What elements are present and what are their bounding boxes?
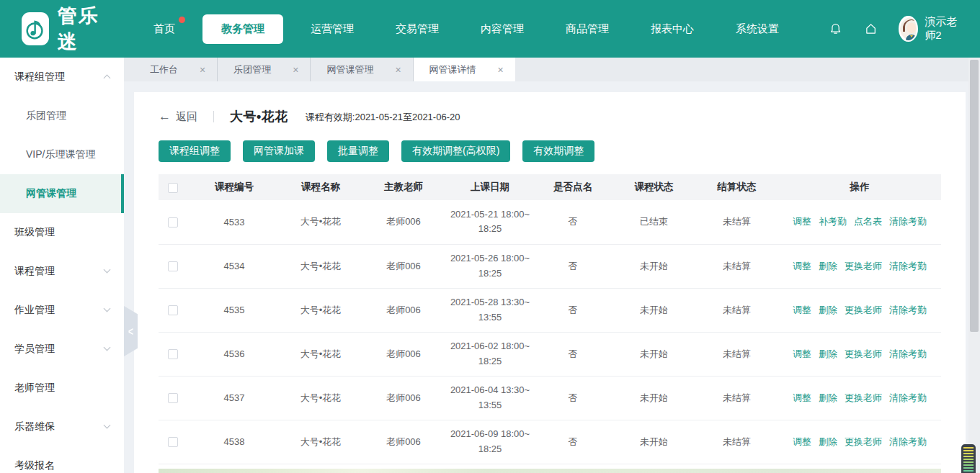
sidebar-item-teacher-mgmt[interactable]: 老师管理 <box>0 369 124 407</box>
column-header: 主教老师 <box>360 174 447 200</box>
change-teacher-link[interactable]: 更换老师 <box>845 436 882 447</box>
sidebar-collapse-handle[interactable]: < <box>124 306 138 356</box>
cell-status: 未开始 <box>612 288 695 332</box>
row-checkbox[interactable] <box>168 261 178 271</box>
cell-date: 2021-05-21 18:00~18:25 <box>447 200 533 244</box>
row-checkbox[interactable] <box>168 217 178 228</box>
back-label: 返回 <box>176 110 197 124</box>
clear-attendance-link[interactable]: 清除考勤 <box>889 305 927 315</box>
nav-item-report-center[interactable]: 报表中心 <box>636 15 708 43</box>
adjust-link[interactable]: 调整 <box>793 436 811 447</box>
bell-icon[interactable] <box>829 20 842 37</box>
chevron-down-icon <box>104 266 111 274</box>
brand-logo[interactable]: 管乐迷 <box>22 3 109 55</box>
clear-attendance-link[interactable]: 清除考勤 <box>889 216 927 227</box>
adjust-link[interactable]: 调整 <box>793 392 811 403</box>
change-teacher-link[interactable]: 更换老师 <box>845 348 882 359</box>
avatar-face <box>900 17 918 40</box>
sidebar-item-exam-registration[interactable]: 考级报名 <box>0 446 124 473</box>
chevron-left-icon: < <box>128 324 133 338</box>
adjust-link[interactable]: 调整 <box>793 216 811 227</box>
tab-close-icon[interactable]: × <box>200 65 205 75</box>
cell-settlement: 未结算 <box>695 376 778 420</box>
tab-close-icon[interactable]: × <box>498 65 504 75</box>
tab-close-icon[interactable]: × <box>293 65 298 75</box>
tab-workbench[interactable]: 工作台× <box>134 58 218 81</box>
validity-adjust-button[interactable]: 有效期调整 <box>522 140 594 162</box>
tab-orchestra-mgmt[interactable]: 乐团管理× <box>218 58 311 81</box>
makeup-attendance-link[interactable]: 补考勤 <box>819 216 847 227</box>
clear-attendance-link[interactable]: 清除考勤 <box>889 392 927 403</box>
cell-checkbox <box>159 244 187 288</box>
sidebar-item-class-mgmt[interactable]: 班级管理 <box>0 213 124 252</box>
date-text: 2021-05-26 18:00~18:25 <box>449 251 531 280</box>
sidebar-item-instrument-maintenance[interactable]: 乐器维保 <box>0 407 124 446</box>
floating-widget[interactable] <box>961 444 976 473</box>
sidebar-item-course-mgmt[interactable]: 课程管理 <box>0 252 124 291</box>
cell-teacher: 老师006 <box>360 200 447 244</box>
change-teacher-link[interactable]: 更换老师 <box>845 261 882 271</box>
tab-close-icon[interactable]: × <box>395 65 401 75</box>
adjust-link[interactable]: 调整 <box>793 261 811 271</box>
cell-course-name: 大号•花花 <box>281 376 360 420</box>
row-checkbox[interactable] <box>168 305 178 315</box>
cell-rollcall: 否 <box>533 244 612 288</box>
clear-attendance-link[interactable]: 清除考勤 <box>889 261 927 271</box>
sidebar-item-vip-theory-mgmt[interactable]: VIP/乐理课管理 <box>0 135 124 174</box>
row-checkbox[interactable] <box>168 349 178 359</box>
row-checkbox[interactable] <box>168 393 178 403</box>
cell-course-id: 4538 <box>187 420 281 464</box>
cell-course-name: 大号•花花 <box>281 420 360 464</box>
back-button[interactable]: ← 返回 <box>159 109 197 124</box>
add-online-lesson-button[interactable]: 网管课加课 <box>243 140 315 162</box>
home-icon[interactable] <box>865 20 877 37</box>
rollcall-sheet-link[interactable]: 点名表 <box>854 216 882 227</box>
sidebar-item-label: 网管课管理 <box>26 187 76 200</box>
delete-link[interactable]: 删除 <box>819 261 837 271</box>
delete-link[interactable]: 删除 <box>819 305 837 315</box>
cell-checkbox <box>159 332 187 376</box>
chevron-down-icon <box>104 422 111 429</box>
scrollbar-thumb[interactable] <box>970 60 979 332</box>
batch-adjust-button[interactable]: 批量调整 <box>327 140 389 162</box>
validity-adjust-privileged-button[interactable]: 有效期调整(高权限) <box>401 140 510 162</box>
nav-item-home[interactable]: 首页 <box>139 15 190 43</box>
nav-item-product-mgmt[interactable]: 商品管理 <box>551 15 623 43</box>
sidebar-item-homework-mgmt[interactable]: 作业管理 <box>0 291 124 330</box>
change-teacher-link[interactable]: 更换老师 <box>845 392 882 403</box>
adjust-link[interactable]: 调整 <box>793 305 811 315</box>
column-header: 课程编号 <box>187 174 281 200</box>
clear-attendance-link[interactable]: 清除考勤 <box>889 348 927 359</box>
nav-item-operation-mgmt[interactable]: 运营管理 <box>296 15 368 43</box>
cell-actions: 调整删除更换老师清除考勤 <box>778 420 941 464</box>
music-note-icon <box>23 17 48 41</box>
sidebar-item-orchestra-mgmt[interactable]: 乐团管理 <box>0 96 124 135</box>
change-teacher-link[interactable]: 更换老师 <box>845 305 882 315</box>
cell-settlement: 未结算 <box>695 332 778 376</box>
cell-date: 2021-06-09 18:00~18:25 <box>447 420 533 464</box>
delete-link[interactable]: 删除 <box>819 436 837 447</box>
delete-link[interactable]: 删除 <box>819 348 837 359</box>
tab-online-course-mgmt[interactable]: 网管课管理× <box>311 58 413 81</box>
tab-online-course-detail[interactable]: 网管课详情× <box>414 58 515 81</box>
sidebar-item-online-course-mgmt[interactable]: 网管课管理 <box>0 174 124 213</box>
select-all-checkbox[interactable] <box>168 183 178 193</box>
adjust-link[interactable]: 调整 <box>793 348 811 359</box>
clear-attendance-link[interactable]: 清除考勤 <box>889 436 927 447</box>
cell-rollcall: 否 <box>533 376 612 420</box>
course-group-adjust-button[interactable]: 课程组调整 <box>159 140 231 162</box>
nav-item-content-mgmt[interactable]: 内容管理 <box>466 15 538 43</box>
sidebar-item-course-group-mgmt[interactable]: 课程组管理 <box>0 58 124 96</box>
user-avatar[interactable] <box>899 16 918 42</box>
user-name[interactable]: 演示老师2 <box>925 15 960 42</box>
nav-item-academic-mgmt[interactable]: 教务管理 <box>202 14 283 44</box>
row-checkbox[interactable] <box>168 437 178 447</box>
delete-link[interactable]: 删除 <box>819 392 837 403</box>
cell-actions: 调整删除更换老师清除考勤 <box>778 288 941 332</box>
brand-name: 管乐迷 <box>58 3 109 55</box>
sidebar-item-student-mgmt[interactable]: 学员管理 <box>0 330 124 369</box>
cell-rollcall: 否 <box>533 420 612 464</box>
nav-right: 演示老师2 <box>806 15 960 42</box>
nav-item-transaction-mgmt[interactable]: 交易管理 <box>381 15 453 43</box>
nav-item-system-settings[interactable]: 系统设置 <box>721 15 793 43</box>
